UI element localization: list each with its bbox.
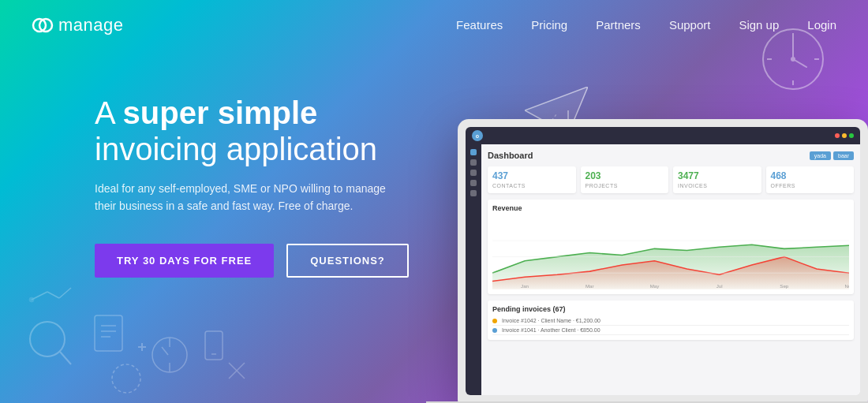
- table-title: Pending invoices (67): [492, 305, 849, 313]
- app-main-content: Dashboard yada baar 437 CONTACTS: [481, 144, 860, 395]
- stat-label-projects: PROJECTS: [586, 183, 618, 188]
- svg-line-15: [162, 347, 168, 355]
- svg-point-22: [791, 57, 795, 62]
- table-row-text-1: Invoice #1042 · Client Name · €1,200.00: [502, 318, 600, 323]
- table-row-1: Invoice #1042 · Client Name · €1,200.00: [492, 316, 849, 326]
- stats-row: 437 CONTACTS 203 PROJECTS 3477 INVOICES: [488, 166, 854, 193]
- svg-point-0: [30, 322, 65, 356]
- nav-item-partners[interactable]: Partners: [596, 18, 641, 32]
- svg-point-12: [152, 338, 187, 372]
- revenue-chart: Jan Mar May Jul Sep Nov: [492, 215, 849, 290]
- app-btn-1[interactable]: yada: [810, 151, 831, 160]
- logo-text: manage: [58, 15, 124, 35]
- app-ui: o: [466, 127, 860, 395]
- app-window-controls: [835, 133, 854, 138]
- sidebar-item-5: [470, 190, 477, 196]
- app-sidebar: [466, 144, 481, 395]
- table-row-status-2: [492, 328, 497, 333]
- hero-buttons: TRY 30 DAYS FOR FREE QUESTIONS?: [95, 244, 409, 278]
- logo-icon: [32, 14, 54, 36]
- stat-value-invoices: 3477: [678, 170, 757, 181]
- app-logo: o: [472, 130, 483, 141]
- app-btn-2[interactable]: baar: [833, 151, 854, 160]
- hero-subtitle: Ideal for any self-employed, SME or NPO …: [95, 180, 395, 215]
- svg-text:Nov: Nov: [845, 283, 849, 289]
- stat-label-contacts: CONTACTS: [492, 183, 526, 188]
- navbar: manage Features Pricing Partners Support…: [0, 0, 868, 50]
- svg-text:Jul: Jul: [716, 283, 723, 289]
- stat-card-projects: 203 PROJECTS: [581, 166, 669, 193]
- stat-value-contacts: 437: [492, 170, 571, 181]
- laptop-mockup: o: [442, 95, 868, 403]
- app-main-header: Dashboard yada baar: [488, 151, 854, 160]
- chart-area: Revenue: [488, 200, 854, 294]
- table-row-status-1: [492, 319, 497, 323]
- sidebar-item-4: [470, 180, 477, 186]
- svg-line-5: [59, 288, 71, 298]
- table-row-2: Invoice #1041 · Another Client · €850.00: [492, 326, 849, 335]
- svg-line-4: [47, 292, 59, 298]
- stat-card-invoices: 3477 INVOICES: [673, 166, 761, 193]
- nav-link-features[interactable]: Features: [456, 18, 503, 32]
- app-header-bar: o: [466, 127, 860, 144]
- close-dot: [835, 133, 840, 138]
- chart-title: Revenue: [492, 204, 849, 212]
- svg-line-24: [793, 59, 806, 67]
- laptop-screen: o: [466, 127, 860, 395]
- app-body: Dashboard yada baar 437 CONTACTS: [466, 144, 860, 395]
- nav-item-login[interactable]: Login: [807, 18, 836, 32]
- table-area: Pending invoices (67) Invoice #1042 · Cl…: [488, 300, 854, 340]
- hero-title-suffix: invoicing application: [95, 132, 377, 166]
- nav-item-pricing[interactable]: Pricing: [531, 18, 567, 32]
- stat-label-invoices: INVOICES: [678, 183, 707, 188]
- svg-point-2: [29, 297, 34, 302]
- hero-title: A super simple invoicing application: [95, 95, 409, 167]
- nav-item-signup[interactable]: Sign up: [739, 18, 779, 32]
- svg-line-3: [32, 292, 47, 300]
- stat-value-projects: 203: [586, 170, 664, 181]
- logo[interactable]: manage: [32, 14, 124, 36]
- nav-link-login[interactable]: Login: [807, 18, 836, 32]
- svg-text:May: May: [650, 283, 660, 289]
- svg-point-18: [112, 364, 140, 393]
- bottom-left-decoration: [16, 276, 253, 402]
- stat-card-offers: 468 OFFERS: [766, 166, 855, 193]
- nav-link-pricing[interactable]: Pricing: [531, 18, 567, 32]
- laptop-outer: o: [458, 119, 868, 403]
- minimize-dot: [842, 133, 847, 138]
- hero-title-prefix: A: [95, 95, 123, 130]
- sidebar-item-1: [470, 149, 477, 155]
- svg-line-1: [60, 352, 71, 364]
- nav-links: Features Pricing Partners Support Sign u…: [456, 18, 836, 32]
- svg-text:Sep: Sep: [780, 283, 789, 289]
- sidebar-item-3: [470, 170, 477, 176]
- nav-link-signup[interactable]: Sign up: [739, 18, 779, 32]
- stat-value-offers: 468: [771, 170, 850, 181]
- app-page-title: Dashboard: [488, 151, 807, 160]
- maximize-dot: [849, 133, 854, 138]
- svg-text:Jan: Jan: [521, 283, 529, 289]
- nav-link-support[interactable]: Support: [669, 18, 711, 32]
- nav-item-support[interactable]: Support: [669, 18, 711, 32]
- svg-line-19: [229, 363, 245, 379]
- stat-card-contacts: 437 CONTACTS: [488, 166, 576, 193]
- hero-section: manage Features Pricing Partners Support…: [0, 0, 868, 403]
- nav-item-features[interactable]: Features: [456, 18, 503, 32]
- svg-rect-6: [95, 315, 122, 351]
- nav-link-partners[interactable]: Partners: [596, 18, 641, 32]
- svg-line-20: [229, 363, 245, 379]
- sidebar-item-2: [470, 159, 477, 166]
- stat-label-offers: OFFERS: [771, 183, 795, 188]
- hero-title-bold: super simple: [123, 95, 318, 130]
- svg-rect-16: [205, 331, 223, 360]
- questions-button[interactable]: QUESTIONS?: [286, 244, 409, 278]
- svg-text:Mar: Mar: [586, 283, 594, 289]
- table-row-text-2: Invoice #1041 · Another Client · €850.00: [502, 327, 600, 333]
- try-free-button[interactable]: TRY 30 DAYS FOR FREE: [95, 244, 274, 278]
- hero-content: A super simple invoicing application Ide…: [95, 95, 409, 278]
